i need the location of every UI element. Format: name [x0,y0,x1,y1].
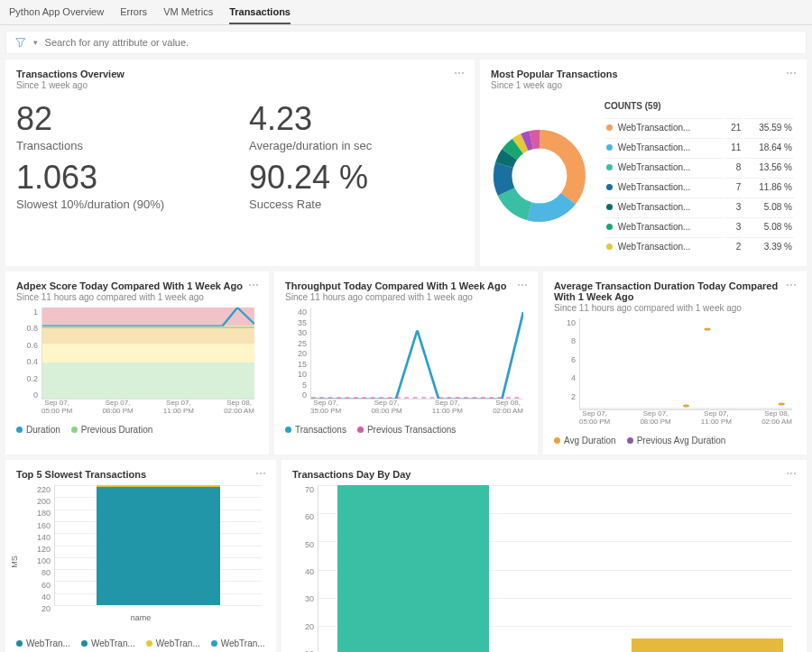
svg-point-11 [683,404,689,407]
adpex-panel: ⋯ Adpex Score Today Compared With 1 Week… [5,271,269,455]
panel-title: Transactions Overview [16,69,464,79]
panel-subtitle: Since 11 hours ago compared with 1 week … [554,303,796,313]
chevron-down-icon[interactable]: ▾ [33,38,38,47]
panel-title: Adpex Score Today Compared With 1 Week A… [16,280,258,291]
kpi-avg-duration: 4.23Average/duration in sec [249,103,464,152]
more-icon[interactable]: ⋯ [255,467,267,480]
donut-legend-table: COUNTS (59) WebTransaction...2135.59 %We… [603,99,796,257]
daybyday-chart: 70605040302010 September 8, 2021Septembe… [292,485,796,652]
legend-item: WebTran... [211,638,265,648]
adpex-chart: 10.80.60.40.20 Sep 07, 05:00 PMSep 07, 0… [16,308,258,416]
tab-bar: Python App Overview Errors VM Metrics Tr… [0,0,812,25]
legend-item: Previous Transactions [357,425,456,435]
legend-item: Transactions [285,425,346,435]
overview-panel: ⋯ Transactions Overview Since 1 week ago… [5,60,475,266]
popular-panel: ⋯ Most Popular Transactions Since 1 week… [480,60,807,266]
legend-row[interactable]: WebTransaction...35.08 % [604,197,794,216]
avgdur-chart: 108642 Sep 07, 05:00 PMSep 07, 08:00 PMS… [554,318,796,427]
donut-chart [491,99,588,253]
throughput-chart: 4035302520151050 Sep 07, 35:00 PMSep 07,… [285,308,527,416]
panel-subtitle: Since 1 week ago [491,80,796,90]
legend-row[interactable]: WebTransaction...711.86 % [604,178,794,196]
search-input[interactable] [45,37,797,48]
panel-subtitle: Since 1 week ago [16,80,464,90]
kpi-transactions: 82Transactions [16,103,231,152]
tab-overview[interactable]: Python App Overview [9,5,104,24]
panel-title: Top 5 Slowest Transactions [16,469,265,480]
tab-vm-metrics[interactable]: VM Metrics [163,5,213,24]
more-icon[interactable]: ⋯ [786,279,798,291]
x-axis-label: name [16,613,265,622]
panel-title: Most Popular Transactions [491,69,796,79]
legend-item: WebTran... [146,638,200,648]
avgdur-panel: ⋯ Average Transaction Duration Today Com… [543,271,807,455]
more-icon[interactable]: ⋯ [248,279,260,291]
tab-transactions[interactable]: Transactions [229,5,291,24]
legend-item: WebTran... [16,638,70,648]
kpi-success: 90.24 %Success Rate [249,161,464,211]
panel-subtitle: Since 11 hours ago compared with 1 week … [16,292,258,302]
legend-row[interactable]: WebTransaction...35.08 % [604,217,794,235]
tab-errors[interactable]: Errors [120,5,147,24]
more-icon[interactable]: ⋯ [786,67,798,79]
throughput-panel: ⋯ Throughput Today Compared With 1 Week … [274,271,538,455]
svg-point-12 [704,328,710,331]
kpi-slowest: 1.063Slowest 10%/duration (90%) [16,161,231,211]
panel-subtitle: Since 11 hours ago compared with 1 week … [285,292,527,302]
legend-row[interactable]: WebTransaction...2135.59 % [604,118,794,136]
daybyday-panel: ⋯ Transactions Day By Day 70605040302010… [281,460,807,652]
legend-row[interactable]: WebTransaction...23.39 % [604,237,794,255]
top5-chart: MS 22020018016014012010080604020 name [16,485,265,629]
legend-row[interactable]: WebTransaction...813.56 % [604,158,794,176]
panel-title: Average Transaction Duration Today Compa… [554,280,796,302]
legend-item: Previous Duration [71,425,152,435]
filter-icon [15,37,26,48]
y-axis-label: MS [10,556,19,568]
legend-item: Duration [16,425,60,435]
panel-title: Transactions Day By Day [292,469,796,480]
more-icon[interactable]: ⋯ [786,467,798,480]
more-icon[interactable]: ⋯ [517,279,529,291]
legend-item: Avg Duration [554,436,616,445]
legend-row[interactable]: WebTransaction...1118.64 % [604,138,794,156]
legend-item: Previous Avg Duration [627,436,726,445]
svg-point-13 [779,402,785,405]
counts-header: COUNTS (59) [604,101,794,116]
legend-item: WebTran... [81,638,135,648]
search-bar: ▾ [5,31,807,54]
panel-title: Throughput Today Compared With 1 Week Ag… [285,280,527,291]
more-icon[interactable]: ⋯ [454,67,466,79]
top5-panel: ⋯ Top 5 Slowest Transactions MS 22020018… [5,460,276,652]
